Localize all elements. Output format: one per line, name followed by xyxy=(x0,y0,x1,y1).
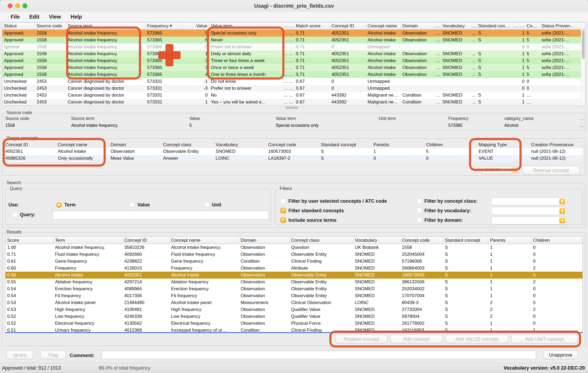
vocabulary-dropdown[interactable] xyxy=(491,207,566,215)
column-header[interactable]: Concept ID xyxy=(4,142,56,148)
column-header[interactable]: … xyxy=(435,23,441,29)
add-value-concept-button[interactable]: Add VALUE concept xyxy=(446,335,508,343)
result-row[interactable]: 0.71Fluid intake frequency4092660Fluid i… xyxy=(6,251,582,258)
add-concept-button[interactable]: Add concept xyxy=(390,335,442,343)
target-concept-row[interactable]: 45885326Only occasionallyMeas ValueAnswe… xyxy=(4,155,583,162)
vertical-scrollbar[interactable] xyxy=(581,30,585,106)
column-header[interactable]: Term xyxy=(53,237,123,244)
column-header[interactable]: … xyxy=(513,23,519,29)
overview-table-row[interactable]: Ignored1558Alcohol intake frequency.5733… xyxy=(2,44,585,50)
column-header[interactable]: Concept name xyxy=(366,23,401,29)
overview-table-row[interactable]: Unchecked2453Cancer diagnosed by doctor5… xyxy=(2,85,585,92)
unapprove-button[interactable]: Unapprove xyxy=(543,351,578,359)
column-header[interactable]: Creation Provenance xyxy=(530,142,583,148)
column-header[interactable]: Standard con… xyxy=(476,23,513,29)
column-header[interactable]: Concept code xyxy=(267,142,319,148)
column-header[interactable]: Source term xyxy=(66,23,146,29)
column-header[interactable]: Co… xyxy=(525,23,540,29)
column-header[interactable]: Domain xyxy=(109,142,161,148)
column-header[interactable]: … xyxy=(288,23,294,29)
replace-concept-button[interactable]: Replace concept xyxy=(336,335,387,343)
column-header[interactable]: Concept ID xyxy=(123,237,169,244)
column-header[interactable]: Concept ID xyxy=(330,23,366,29)
overview-table-row[interactable]: Approved1558Alcohol intake frequency.573… xyxy=(2,37,585,44)
column-header[interactable]: Standard concept xyxy=(443,237,488,244)
column-header[interactable]: … xyxy=(519,23,525,29)
result-row[interactable]: 0.58Alcohol intake4052351Alcohol intakeO… xyxy=(6,272,582,279)
overview-table-row[interactable]: Approved1558Alcohol intake frequency.573… xyxy=(2,30,585,37)
column-header[interactable]: Concept name xyxy=(169,237,239,244)
comment-input[interactable] xyxy=(101,351,536,359)
overview-table-row[interactable]: Approved1558Alcohol intake frequency.573… xyxy=(2,71,585,78)
column-header[interactable]: Frequency ▾ xyxy=(146,23,182,29)
checkbox-filter-user-selected[interactable] xyxy=(280,198,286,204)
scrollbar-thumb[interactable] xyxy=(582,30,585,59)
column-header[interactable]: Vocabulary xyxy=(214,142,267,148)
overview-table-row[interactable]: Approved1558Alcohol intake frequency.573… xyxy=(2,57,585,64)
overview-table-row[interactable]: Unchecked2453Cancer diagnosed by doctor5… xyxy=(2,78,585,85)
domain-dropdown[interactable] xyxy=(491,216,566,224)
column-header[interactable]: Standard concept xyxy=(319,142,372,148)
radio-value[interactable] xyxy=(129,202,135,208)
radio-term[interactable] xyxy=(56,202,62,208)
column-header[interactable]: Children xyxy=(424,142,477,148)
query-input[interactable] xyxy=(53,211,269,220)
mapping-type-dropdown[interactable]: EVENT xyxy=(482,166,518,174)
column-header[interactable]: Value xyxy=(182,23,209,29)
column-header[interactable]: … xyxy=(283,23,288,29)
column-header[interactable]: Domain xyxy=(401,23,435,29)
column-header[interactable]: Domain xyxy=(239,237,289,244)
column-header[interactable]: Parents xyxy=(372,142,424,148)
overview-table-row[interactable]: Approved1558Alcohol intake frequency.573… xyxy=(2,50,585,57)
radio-unit[interactable] xyxy=(204,202,210,208)
column-header[interactable]: Status Proven… xyxy=(540,23,580,29)
checkbox-filter-concept-class[interactable] xyxy=(416,198,422,204)
menu-file[interactable]: File xyxy=(6,14,24,20)
result-row[interactable]: 0.61Gene frequency4238822Gene frequencyC… xyxy=(6,258,582,265)
checkbox-filter-vocabulary[interactable] xyxy=(416,208,422,213)
column-header[interactable]: Mapping Type xyxy=(477,142,530,148)
column-header[interactable]: Concept class xyxy=(161,142,214,148)
target-concept-row[interactable]: 4052351Alcohol intakeObservationObservab… xyxy=(4,148,583,155)
column-header[interactable]: Source code xyxy=(35,23,66,29)
result-row[interactable]: 0.55Ablation frequency4297214Ablation fr… xyxy=(6,279,582,285)
column-header[interactable]: Match score xyxy=(294,23,330,29)
field-value xyxy=(377,122,446,129)
checkbox-filter-domain[interactable] xyxy=(416,217,422,223)
title-bar[interactable]: Usagi - discrete_prio_fields.csv xyxy=(0,0,588,12)
column-header[interactable]: Status xyxy=(2,23,35,29)
overview-table-row[interactable]: Unchecked2453Cancer diagnosed by doctor5… xyxy=(2,99,585,106)
remove-concept-button[interactable]: Remove concept xyxy=(523,166,580,175)
result-row[interactable]: 1.00Alcohol intake frequency.35810226Alc… xyxy=(6,244,582,251)
checkbox-include-source-terms[interactable] xyxy=(280,217,286,223)
column-header[interactable]: Score xyxy=(6,237,53,244)
column-header[interactable]: Vocabulary xyxy=(441,23,471,29)
ignore-button[interactable]: Ignore xyxy=(7,351,33,359)
column-header[interactable]: Concept name xyxy=(56,142,109,148)
radio-query[interactable] xyxy=(12,212,18,218)
flag-button[interactable]: Flag xyxy=(40,351,66,359)
menu-view[interactable]: View xyxy=(44,14,66,20)
column-header[interactable]: Parents xyxy=(488,237,531,244)
overview-table-row[interactable]: Approved1558Alcohol intake frequency.573… xyxy=(2,64,585,71)
overview-table-row[interactable]: Unchecked2453Cancer diagnosed by doctor5… xyxy=(2,92,585,99)
result-row[interactable]: 0.52Electrical frequency4130562Electrica… xyxy=(6,320,582,327)
column-header[interactable]: Children xyxy=(531,237,583,244)
checkbox-filter-standard-concepts[interactable] xyxy=(280,208,286,213)
result-row[interactable]: 0.53Alcohol intake panel21494480Alcohol … xyxy=(6,299,582,306)
add-unit-concept-button[interactable]: Add UNIT concept xyxy=(512,335,577,343)
column-header[interactable]: Concept class xyxy=(289,237,353,244)
column-header[interactable]: … xyxy=(471,23,476,29)
concept-class-dropdown[interactable] xyxy=(491,197,566,205)
result-row[interactable]: 0.53High frequency4100481High frequencyO… xyxy=(6,306,582,313)
menu-edit[interactable]: Edit xyxy=(24,14,44,20)
column-header[interactable]: Value term xyxy=(209,23,283,29)
horizontal-scrollbar-thumb[interactable] xyxy=(286,107,298,109)
result-row[interactable]: 0.54Erection frequency4089964Erection fr… xyxy=(6,285,582,292)
menu-help[interactable]: Help xyxy=(66,14,87,20)
result-row[interactable]: 0.60Frequency4126015FrequencyObservation… xyxy=(6,265,582,272)
result-row[interactable]: 0.52Low frequency4240339Low frequencyObs… xyxy=(6,313,582,320)
result-row[interactable]: 0.54Fit frequency4017306Fit frequencyObs… xyxy=(6,292,582,299)
column-header[interactable]: Concept code xyxy=(400,237,443,244)
column-header[interactable]: Vocabulary xyxy=(353,237,400,244)
